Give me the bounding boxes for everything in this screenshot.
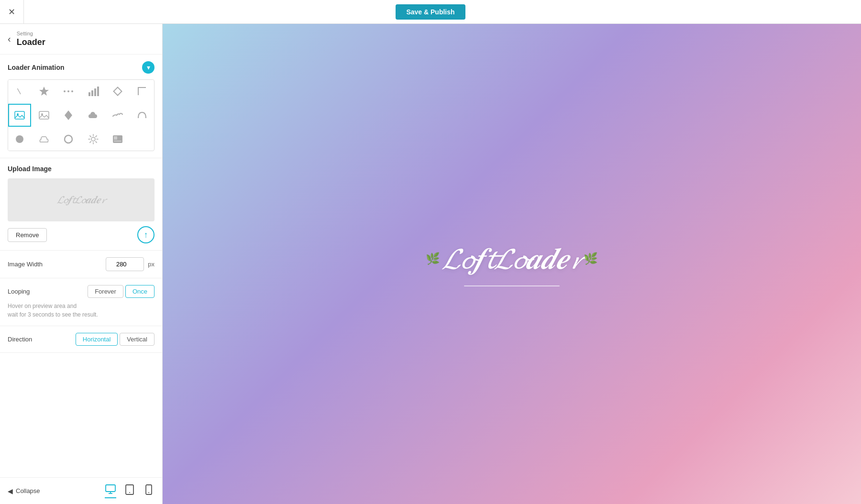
loader-logo-text: 𝓛𝓸𝒇𝓽𝓛𝓸𝒂𝒅𝒆𝓻: [442, 242, 582, 276]
loader-progress-bar: [464, 285, 560, 286]
upload-image-title: Upload Image: [8, 165, 52, 173]
remove-button[interactable]: Remove: [8, 228, 47, 242]
loader-preview-content: 🌿 𝓛𝓸𝒇𝓽𝓛𝓸𝒂𝒅𝒆𝓻 🌿: [424, 242, 600, 286]
anim-cell-slash[interactable]: /: [8, 80, 31, 103]
anim-cell-arch[interactable]: [131, 104, 154, 127]
upload-preview: 𝓛𝓸𝒇𝓽𝓛𝓸𝒂𝒅𝒆𝓻: [8, 178, 155, 221]
svg-rect-6: [94, 88, 96, 96]
image-width-label: Image Width: [8, 261, 102, 268]
anim-cell-gear[interactable]: [82, 128, 105, 151]
svg-rect-4: [88, 92, 90, 96]
back-button[interactable]: ‹: [8, 33, 11, 44]
svg-point-14: [16, 135, 23, 143]
arch-icon: [136, 110, 148, 121]
svg-marker-13: [65, 110, 72, 120]
upload-icon: ↑: [144, 230, 148, 240]
direction-section: Direction Horizontal Vertical: [0, 326, 162, 353]
upload-preview-text: 𝓛𝓸𝒇𝓽𝓛𝓸𝒂𝒅𝒆𝓻: [47, 184, 115, 216]
image-width-row: Image Width px: [8, 257, 155, 271]
anim-cell-cloud-full[interactable]: [82, 104, 105, 127]
bottom-bar: ◀ Collapse: [0, 477, 162, 504]
svg-rect-9: [15, 111, 24, 119]
dots-icon: [63, 86, 74, 97]
upload-button[interactable]: ↑: [137, 226, 155, 243]
svg-point-16: [91, 137, 95, 141]
svg-rect-7: [97, 87, 99, 96]
corner-icon: [136, 86, 148, 97]
svg-marker-0: [39, 87, 49, 96]
anim-cell-circle[interactable]: [8, 128, 31, 151]
anim-cell-kite[interactable]: [57, 104, 80, 127]
looping-forever-button[interactable]: Forever: [88, 285, 123, 298]
svg-rect-11: [39, 111, 49, 119]
bird-icon: [112, 110, 123, 121]
diamond-icon: [112, 86, 123, 97]
loader-animation-collapse[interactable]: ▾: [142, 61, 155, 74]
anim-cell-bars[interactable]: [82, 80, 105, 103]
top-bar: ✕ Save & Publish: [0, 0, 861, 24]
looping-section: Looping Forever Once Hover on preview ar…: [0, 278, 162, 326]
anim-cell-dots[interactable]: [57, 80, 80, 103]
bars-icon: [88, 86, 99, 97]
image-width-section: Image Width px: [0, 251, 162, 278]
device-desktop-button[interactable]: [105, 483, 116, 498]
save-publish-button[interactable]: Save & Publish: [396, 4, 465, 20]
anim-cell-bird[interactable]: [106, 104, 129, 127]
looping-once-button[interactable]: Once: [125, 285, 155, 298]
loader-animation-section: Loader Animation ▾ /: [0, 55, 162, 158]
main-preview: 🌿 𝓛𝓸𝒇𝓽𝓛𝓸𝒂𝒅𝒆𝓻 🌿: [163, 24, 861, 504]
close-button[interactable]: ✕: [0, 0, 24, 24]
anim-cell-ring[interactable]: [57, 128, 80, 151]
cloud-half-icon: [38, 133, 50, 145]
chevron-down-icon: ▾: [147, 64, 150, 71]
collapse-sidebar-button[interactable]: ◀ Collapse: [8, 487, 40, 495]
anim-cell-image2[interactable]: [33, 104, 55, 127]
sidebar: ‹ Setting Loader Loader Animation ▾ /: [0, 24, 163, 504]
direction-toggle-group: Horizontal Vertical: [76, 333, 155, 346]
mobile-icon: [143, 484, 155, 495]
cloud-full-icon: [88, 110, 99, 121]
direction-row: Direction Horizontal Vertical: [8, 333, 155, 346]
looping-toggle-group: Forever Once: [88, 285, 155, 298]
anim-cell-cloud-half[interactable]: [33, 128, 55, 151]
image1-icon: [14, 110, 25, 121]
ring-icon: [63, 133, 74, 145]
tablet-icon: [124, 484, 135, 495]
svg-point-3: [71, 90, 73, 92]
svg-point-24: [129, 492, 130, 493]
upload-title-row: Upload Image: [8, 165, 155, 173]
looping-row: Looping Forever Once: [8, 285, 155, 298]
upload-image-section: Upload Image 𝓛𝓸𝒇𝓽𝓛𝓸𝒂𝒅𝒆𝓻 Remove ↑: [0, 158, 162, 251]
device-icons: [105, 483, 155, 498]
setting-label: Setting: [17, 31, 45, 36]
svg-rect-5: [91, 90, 93, 96]
animation-grid: /: [8, 79, 155, 151]
loader-animation-title: Loader Animation: [8, 64, 65, 71]
anim-cell-image1[interactable]: [8, 104, 31, 127]
svg-point-2: [67, 90, 69, 92]
close-icon: ✕: [8, 7, 15, 17]
looping-label: Looping: [8, 288, 84, 295]
svg-point-26: [148, 492, 149, 493]
direction-horizontal-button[interactable]: Horizontal: [76, 333, 118, 346]
leaf-right-icon: 🌿: [584, 252, 598, 265]
image-width-input[interactable]: [106, 257, 144, 271]
device-tablet-button[interactable]: [124, 484, 135, 498]
looping-hint: Hover on preview area andwait for 3 seco…: [8, 302, 155, 319]
setting-header: ‹ Setting Loader: [0, 24, 162, 55]
collapse-arrow-icon: ◀: [8, 487, 13, 495]
anim-cell-diamond[interactable]: [106, 80, 129, 103]
circle-icon: [14, 133, 25, 145]
anim-cell-img3[interactable]: [106, 128, 129, 151]
setting-name: Loader: [17, 37, 45, 47]
setting-title-wrap: Setting Loader: [17, 31, 45, 47]
image-width-unit: px: [148, 261, 155, 268]
anim-cell-asterisk[interactable]: [33, 80, 55, 103]
upload-actions: Remove ↑: [8, 226, 155, 243]
leaf-left-icon: 🌿: [426, 252, 440, 265]
svg-rect-19: [114, 141, 121, 142]
anim-cell-corner[interactable]: [131, 80, 154, 103]
direction-vertical-button[interactable]: Vertical: [120, 333, 155, 346]
direction-label: Direction: [8, 336, 72, 343]
device-mobile-button[interactable]: [143, 484, 155, 498]
